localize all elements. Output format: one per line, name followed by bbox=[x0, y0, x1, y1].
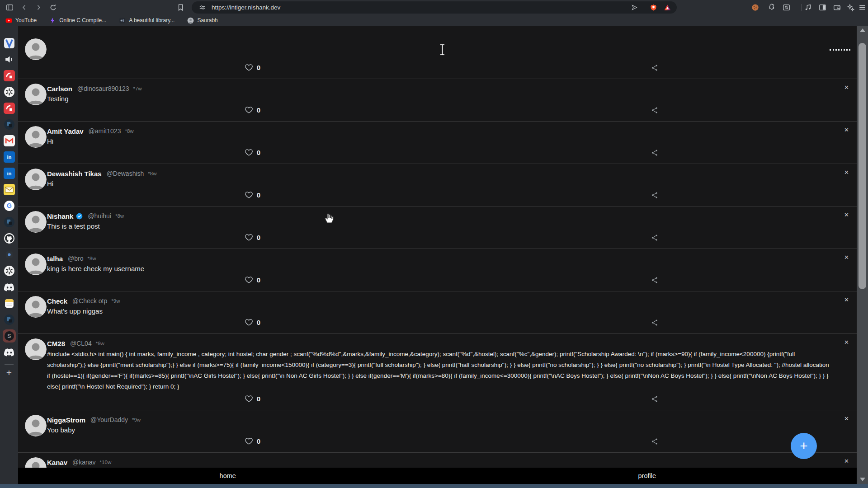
scrollbar[interactable] bbox=[857, 26, 868, 484]
post-handle[interactable]: @kanav bbox=[72, 459, 96, 466]
share-icon[interactable] bbox=[651, 191, 659, 199]
post-author[interactable]: NiggaStrom bbox=[47, 416, 85, 424]
share-icon[interactable] bbox=[651, 319, 659, 327]
sidebar-toggle-icon[interactable] bbox=[4, 1, 16, 14]
close-post-button[interactable]: ✕ bbox=[844, 458, 849, 464]
avatar[interactable] bbox=[25, 84, 47, 105]
scrollbar-thumb[interactable] bbox=[859, 43, 866, 289]
post-author[interactable]: Check bbox=[47, 297, 67, 305]
reload-icon[interactable] bbox=[47, 1, 59, 14]
nav-home[interactable]: home bbox=[18, 468, 438, 484]
like-button[interactable]: 0 bbox=[245, 318, 260, 327]
post-author[interactable]: CM28 bbox=[47, 340, 65, 347]
cookie-icon[interactable] bbox=[749, 1, 761, 14]
avatar[interactable] bbox=[25, 415, 47, 436]
avatar[interactable] bbox=[25, 253, 47, 275]
avatar[interactable] bbox=[25, 38, 47, 60]
menu-icon[interactable] bbox=[856, 1, 868, 14]
sidebar-item-red-app[interactable] bbox=[0, 67, 18, 84]
close-post-button[interactable]: ✕ bbox=[844, 84, 849, 90]
sidebar-item-s-app[interactable]: S bbox=[0, 328, 18, 344]
share-icon[interactable] bbox=[651, 149, 659, 157]
avatar[interactable] bbox=[25, 126, 47, 148]
post-author[interactable]: Carlson bbox=[47, 85, 72, 93]
like-button[interactable]: 0 bbox=[245, 63, 260, 72]
sidebar-item-discord[interactable] bbox=[0, 344, 18, 360]
bookmark-item[interactable]: YouTube bbox=[5, 17, 37, 24]
sidebar-item-gmail[interactable] bbox=[0, 132, 18, 149]
like-button[interactable]: 0 bbox=[245, 106, 260, 114]
bookmark-flag-icon[interactable] bbox=[175, 1, 187, 14]
post-author[interactable]: talha bbox=[47, 255, 63, 263]
side-panel-icon[interactable] bbox=[816, 1, 829, 14]
close-post-button[interactable]: ✕ bbox=[844, 169, 849, 175]
post-handle[interactable]: @YourDaddy bbox=[90, 416, 128, 423]
back-icon[interactable] bbox=[18, 1, 30, 14]
sidebar-item-google[interactable]: G bbox=[0, 197, 18, 214]
nav-profile[interactable]: profile bbox=[438, 468, 857, 484]
extensions-icon[interactable] bbox=[765, 1, 777, 14]
post-author[interactable]: Nishank bbox=[47, 212, 73, 220]
site-controls-icon[interactable] bbox=[197, 3, 207, 13]
url-text[interactable]: https://intiger.nishank.dev bbox=[212, 4, 280, 11]
bookmark-item[interactable]: Saurabh bbox=[187, 17, 217, 24]
close-post-button[interactable]: ✕ bbox=[844, 212, 849, 218]
close-post-button[interactable]: ✕ bbox=[844, 416, 849, 422]
bookmark-item[interactable]: Online C Compile... bbox=[49, 17, 106, 24]
like-button[interactable]: 0 bbox=[245, 233, 260, 242]
post-handle[interactable]: @Dewashish bbox=[107, 170, 144, 177]
sidebar-item-user-photo[interactable] bbox=[0, 116, 18, 132]
sidebar-item-v-logo[interactable] bbox=[0, 35, 18, 51]
close-post-button[interactable]: ✕ bbox=[844, 297, 849, 303]
brave-rewards-icon[interactable] bbox=[662, 3, 672, 13]
new-post-button[interactable]: + bbox=[791, 433, 817, 459]
brave-shields-icon[interactable] bbox=[648, 3, 658, 13]
post-author[interactable]: Dewashish Tikas bbox=[47, 170, 102, 178]
sidebar-item-linkedin[interactable]: in bbox=[0, 165, 18, 181]
share-icon[interactable] bbox=[651, 276, 659, 284]
close-post-button[interactable]: ✕ bbox=[844, 127, 849, 133]
address-bar[interactable]: https://intiger.nishank.dev bbox=[192, 1, 677, 14]
scroll-down-icon[interactable] bbox=[857, 475, 868, 484]
sidebar-item-mail-yellow[interactable] bbox=[0, 181, 18, 197]
close-post-button[interactable]: ✕ bbox=[844, 254, 849, 260]
avatar[interactable] bbox=[25, 211, 47, 233]
sidebar-item-red-app[interactable] bbox=[0, 100, 18, 116]
post-author[interactable]: Amit Yadav bbox=[47, 127, 84, 135]
like-button[interactable]: 0 bbox=[245, 191, 260, 199]
post-handle[interactable]: @amit1023 bbox=[89, 127, 121, 135]
post-handle[interactable]: @Check otp bbox=[72, 297, 107, 305]
like-button[interactable]: 0 bbox=[245, 437, 260, 446]
post-handle[interactable]: @bro bbox=[68, 255, 83, 262]
avatar[interactable] bbox=[25, 169, 47, 190]
share-icon[interactable] bbox=[651, 395, 659, 403]
bookmark-item[interactable]: A beautiful library... bbox=[119, 17, 175, 24]
like-button[interactable]: 0 bbox=[245, 394, 260, 403]
sidebar-item-speaker[interactable] bbox=[0, 51, 18, 67]
sidebar-item-chatgpt[interactable] bbox=[0, 263, 18, 279]
sidebar-item-discord[interactable] bbox=[0, 279, 18, 295]
share-icon[interactable] bbox=[651, 106, 659, 114]
close-post-button[interactable]: ✕ bbox=[844, 339, 849, 345]
share-icon[interactable] bbox=[651, 64, 659, 72]
sidebar-item-github[interactable] bbox=[0, 230, 18, 246]
share-icon[interactable] bbox=[651, 234, 659, 242]
sidebar-item-notes[interactable] bbox=[0, 295, 18, 311]
media-icon[interactable] bbox=[802, 1, 814, 14]
avatar[interactable] bbox=[25, 296, 47, 318]
sidebar-item-linkedin[interactable]: in bbox=[0, 149, 18, 165]
share-page-icon[interactable] bbox=[629, 3, 639, 13]
like-button[interactable]: 0 bbox=[245, 276, 260, 284]
scroll-up-icon[interactable] bbox=[857, 26, 868, 35]
sidebar-item-small-app[interactable] bbox=[0, 246, 18, 263]
wallet-icon[interactable] bbox=[831, 1, 843, 14]
post-author[interactable]: Kanav bbox=[47, 459, 67, 466]
avatar[interactable] bbox=[25, 338, 47, 360]
sidebar-item-chatgpt[interactable] bbox=[0, 84, 18, 100]
post-handle[interactable]: @dinosaur890123 bbox=[77, 85, 129, 92]
sidebar-add-button[interactable]: + bbox=[0, 367, 18, 380]
sidebar-item-user-photo[interactable] bbox=[0, 214, 18, 230]
post-handle[interactable]: @huihui bbox=[88, 212, 111, 220]
window-search-icon[interactable] bbox=[780, 1, 793, 14]
leo-ai-icon[interactable] bbox=[844, 1, 857, 14]
